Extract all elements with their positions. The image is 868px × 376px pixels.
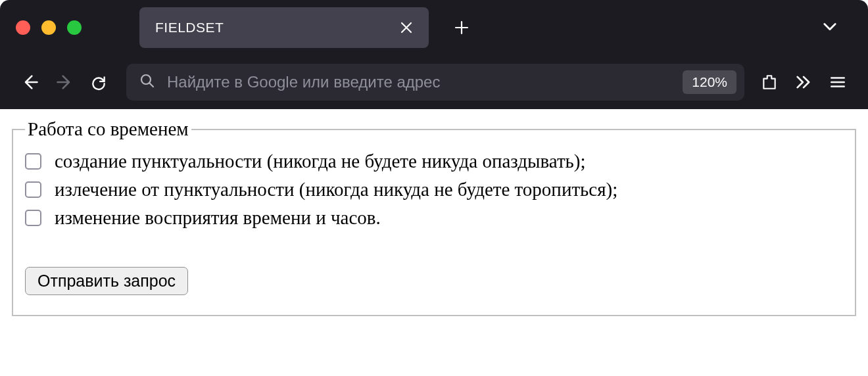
checkbox-list: создание пунктуальности (никогда не буде… [25, 151, 843, 229]
checkbox-label[interactable]: изменение восприятия времени и часов. [55, 207, 381, 229]
search-icon [139, 73, 155, 91]
checkbox-label[interactable]: излечение от пунктуальности (никогда ник… [55, 179, 617, 200]
browser-chrome: FIELDSET [0, 0, 868, 109]
forward-button[interactable] [49, 66, 80, 98]
window-controls [16, 20, 82, 35]
reload-button[interactable] [83, 66, 114, 98]
fieldset-legend: Работа со временем [25, 118, 191, 140]
window-maximize-button[interactable] [67, 20, 82, 35]
fieldset: Работа со временем создание пунктуальнос… [12, 118, 856, 316]
back-button[interactable] [14, 66, 46, 98]
checkbox-input[interactable] [25, 181, 41, 198]
toolbar: 120% [0, 55, 868, 109]
new-tab-button[interactable] [446, 12, 477, 43]
overflow-chevrons-icon[interactable] [788, 66, 819, 98]
menu-icon[interactable] [822, 66, 854, 98]
browser-tab[interactable]: FIELDSET [139, 7, 429, 48]
tabs-dropdown-icon[interactable] [821, 17, 839, 38]
zoom-badge[interactable]: 120% [683, 70, 736, 94]
checkbox-item: изменение восприятия времени и часов. [25, 207, 843, 229]
address-input[interactable] [167, 73, 671, 91]
checkbox-input[interactable] [25, 153, 41, 170]
checkbox-item: создание пунктуальности (никогда не буде… [25, 151, 843, 172]
submit-button[interactable]: Отправить запрос [25, 267, 188, 295]
page-content: Работа со временем создание пунктуальнос… [0, 109, 868, 325]
checkbox-input[interactable] [25, 210, 41, 226]
close-tab-icon[interactable] [396, 17, 417, 38]
window-minimize-button[interactable] [41, 20, 56, 35]
title-bar: FIELDSET [0, 0, 868, 55]
tab-title: FIELDSET [155, 20, 224, 35]
window-close-button[interactable] [16, 20, 30, 35]
extensions-icon[interactable] [754, 66, 785, 98]
address-bar[interactable]: 120% [126, 64, 744, 101]
checkbox-label[interactable]: создание пунктуальности (никогда не буде… [55, 151, 586, 172]
checkbox-item: излечение от пунктуальности (никогда ник… [25, 179, 843, 200]
